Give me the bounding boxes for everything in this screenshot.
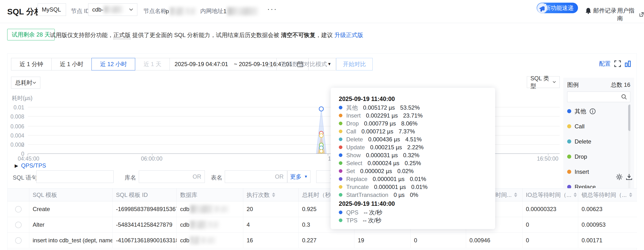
export-chart-button[interactable] (266, 61, 274, 68)
header-sql-template-id[interactable]: SQL 模板 ID (112, 188, 176, 201)
db-filter-input[interactable]: OR (139, 170, 205, 183)
cell-template-id: -4106713618900163318 (112, 233, 176, 248)
node-name-value: p (166, 7, 196, 15)
sort-icon[interactable] (574, 192, 577, 197)
cell-template-id: -1699858378948915367 (112, 201, 176, 217)
upgrade-link[interactable]: 升级正式版 (334, 32, 363, 38)
tooltip-item: Show 0.000031 µs 0.32% (339, 151, 487, 159)
megaphone-icon (536, 1, 549, 14)
table-row[interactable]: insert into cdb_test (dept, name)... -41… (8, 233, 637, 248)
banner-seg1: 试用版仅支持部分功能， (50, 32, 113, 38)
top-bar: SQL 分析 MySQL 节点 ID cdb- 节点名称 p 内网地址 1 ··… (0, 0, 644, 23)
engine-select[interactable]: MySQL (38, 3, 66, 16)
cell-template-id: -54834141258427879 (112, 217, 176, 232)
table-settings-button[interactable] (616, 173, 623, 181)
fullscreen-icon[interactable] (614, 60, 621, 67)
time-range-tabs: 近 1 分钟 近 1 小时 近 12 小时 近 1 天 2025-09-19 0… (11, 58, 308, 70)
external-link-icon (639, 12, 644, 17)
tooltip-item: Set 0.000002 µs 0.02% (339, 167, 487, 175)
legend-item-delete[interactable]: Delete (567, 134, 630, 149)
legend-dot (567, 124, 571, 128)
cell-exec-count: 20 (243, 201, 298, 217)
bar-chart-icon[interactable] (624, 60, 631, 67)
tooltip-item: Drop 0.000779 µs 8.06% (339, 119, 487, 127)
node-id-select[interactable]: cdb- (88, 3, 137, 16)
table-row[interactable]: Create -1699858378948915367 cdb 20 0.925… (8, 201, 637, 217)
more-filters-button[interactable]: 更多 ▼ (288, 170, 310, 183)
mail-log-link[interactable]: 邮件记录 (585, 7, 616, 15)
cell-lock-wait: 0.00623 (578, 201, 637, 217)
legend-item-call[interactable]: Call (567, 119, 630, 134)
row-checkbox[interactable] (15, 222, 22, 228)
header-database[interactable]: 数据库 (176, 188, 243, 201)
cell-exec-count: 4 (243, 217, 298, 232)
redacted-db (190, 236, 200, 244)
redacted-db-2 (202, 237, 216, 244)
row-checkbox[interactable] (15, 237, 22, 244)
ip-value: 1 (223, 7, 258, 15)
sql-filter-input[interactable] (36, 170, 114, 183)
header-sql-template[interactable]: SQL 模板 (29, 188, 112, 201)
series-dot (339, 193, 342, 197)
db-prefix: cdb (180, 206, 190, 212)
bell-icon (585, 7, 592, 14)
series-dot (339, 122, 342, 125)
table-filter-input[interactable]: OR (225, 170, 287, 183)
more-menu-button[interactable]: ··· (267, 5, 277, 13)
cell-total-time: 0.227 (298, 233, 354, 248)
info-icon[interactable] (590, 108, 596, 114)
sort-icon[interactable] (272, 192, 275, 197)
new-features-button[interactable]: 新功能速递 (537, 3, 578, 13)
caret-down-icon: ▼ (327, 62, 331, 67)
node-name-prefix: p (166, 8, 169, 15)
user-guide-link[interactable]: 用户指南 (617, 7, 644, 22)
legend-item-label: 其他 (574, 107, 586, 115)
sql-type-select[interactable]: SQL 类型 (527, 76, 560, 88)
table-export-button[interactable] (626, 174, 633, 180)
cell-database: cdb (176, 217, 243, 232)
engine-select-value: MySQL (42, 6, 61, 13)
db-filter-label: 库名 (124, 174, 136, 181)
tooltip-timestamp-2: 2025-09-19 11:40:00 (339, 199, 487, 208)
tab-last-1day[interactable]: 近 1 天 (135, 58, 170, 70)
tab-last-1hour[interactable]: 近 1 小时 (52, 58, 92, 70)
y-axis-title: 耗时(µs) (12, 95, 32, 102)
tab-last-12hours[interactable]: 近 12 小时 (92, 58, 135, 70)
metric-select[interactable]: 总耗时 (11, 77, 40, 89)
tooltip-item: Select 0.000024 µs 0.25% (339, 159, 487, 167)
header-lock-wait[interactable]: 锁总等待时间（... (578, 188, 637, 201)
start-compare-button[interactable]: 开始对比 (336, 58, 373, 70)
header-io-wait[interactable]: IO总等待时间（... (522, 188, 578, 201)
legend-item-other[interactable]: 其他 (567, 104, 630, 119)
config-link[interactable]: 配置 (599, 60, 610, 68)
cell-database: cdb (176, 201, 243, 217)
header-exec-count[interactable]: 执行次数 (243, 188, 298, 201)
trial-banner: 试用剩余 28 天 试用版仅支持部分功能，正式版 提供了更全面的 SQL 分析能… (0, 23, 644, 45)
header-exec-count-label: 执行次数 (246, 191, 270, 199)
tooltip-item: Update 0.000215 µs 2.22% (339, 143, 487, 151)
legend-search-input[interactable] (567, 92, 630, 102)
table-row[interactable]: Alter -54834141258427879 cdb 4 0.3 0 0.0… (8, 217, 637, 233)
page-title: SQL 分析 (7, 6, 42, 17)
row-checkbox[interactable] (15, 206, 22, 212)
tooltip-item: Replace 0.000001 µs 0.01% (339, 175, 487, 183)
series-dot (339, 130, 342, 133)
table-filter-label: 表名 (211, 174, 222, 181)
sort-icon[interactable] (514, 192, 517, 197)
legend-scrollbar-thumb[interactable] (628, 105, 630, 131)
cell-exec-count: 16 (243, 233, 298, 248)
node-id-label: 节点 ID (71, 7, 90, 15)
tooltip-item: Call 0.000712 µs 7.37% (339, 127, 487, 135)
new-features-label: 新功能速递 (545, 4, 574, 12)
ip-label: 内网地址 (200, 7, 223, 15)
legend-item-drop[interactable]: Drop (567, 149, 630, 164)
series-dot (339, 169, 342, 173)
tooltip-item: StartTransaction 0 µs 0% (339, 191, 487, 199)
compare-mode-select[interactable]: 选择数据对比模式 ▼ (276, 58, 336, 70)
chevron-down-icon (552, 81, 556, 83)
header-io-wait-label: IO总等待时间（... (526, 191, 571, 199)
tab-last-1min[interactable]: 近 1 分钟 (11, 58, 52, 70)
sort-icon[interactable] (629, 192, 632, 197)
qps-tps-expander[interactable]: ▶ QPS/TPS (15, 162, 46, 169)
chevron-down-icon (32, 82, 36, 84)
